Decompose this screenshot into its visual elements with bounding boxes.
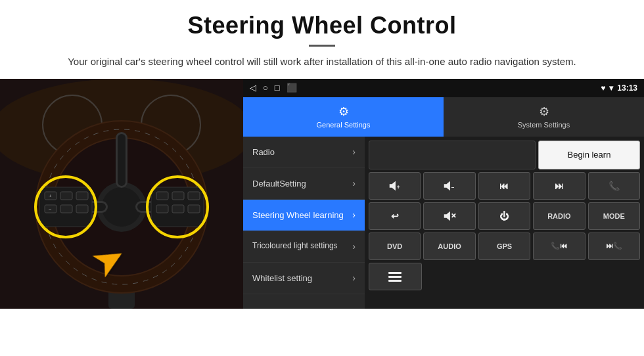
svg-rect-27 — [188, 205, 200, 213]
system-settings-icon: ⚙ — [539, 104, 549, 119]
phone-prev-button[interactable]: 📞⏮ — [533, 233, 585, 260]
clock: 13:13 — [617, 83, 637, 93]
cast-icon[interactable]: ⬛ — [287, 83, 297, 93]
hang-up-button[interactable]: ↩ — [369, 202, 421, 230]
subtitle: Your original car's steering wheel contr… — [39, 55, 605, 70]
controls-panel: Begin learn + − — [365, 137, 644, 309]
menu-item-tricoloured[interactable]: Tricoloured light settings › — [243, 231, 365, 263]
svg-marker-34 — [444, 211, 450, 221]
svg-text:−: − — [49, 206, 52, 212]
menu-item-steering[interactable]: Steering Wheel learning › — [243, 200, 365, 231]
svg-text:+: + — [49, 193, 52, 199]
unit-body: Radio › DefaultSetting › Steering Wheel … — [243, 137, 644, 309]
svg-rect-18 — [76, 205, 88, 213]
mode-button[interactable]: MODE — [588, 202, 640, 230]
chevron-right-icon: › — [352, 241, 356, 252]
home-icon[interactable]: ○ — [263, 83, 268, 93]
page-title: Steering Wheel Control — [39, 12, 605, 39]
signal-icon: ▾ — [609, 83, 613, 93]
power-button[interactable]: ⏻ — [478, 202, 530, 230]
prev-track-button[interactable]: ⏮ — [478, 172, 530, 200]
list-button[interactable] — [369, 263, 422, 290]
begin-learn-button[interactable]: Begin learn — [538, 141, 640, 169]
tab-general-label: General Settings — [317, 121, 371, 129]
nav-icons: ◁ ○ □ ⬛ — [250, 83, 297, 93]
back-icon[interactable]: ◁ — [250, 83, 256, 93]
gps-button[interactable]: GPS — [478, 233, 530, 260]
phone-button[interactable]: 📞 — [588, 172, 640, 200]
svg-rect-25 — [156, 205, 168, 213]
steering-wheel-image: + − ➤ — [0, 79, 243, 309]
svg-text:−: − — [451, 184, 455, 190]
svg-rect-22 — [156, 192, 168, 200]
chevron-right-icon: › — [352, 210, 356, 220]
tab-general[interactable]: ⚙ General Settings — [243, 97, 444, 137]
svg-rect-24 — [188, 192, 200, 200]
control-buttons-row1: + − ⏮ ⏭ 📞 — [369, 172, 640, 200]
volume-down-button[interactable]: − — [423, 172, 475, 200]
tab-bar: ⚙ General Settings ⚙ System Settings — [243, 97, 644, 137]
menu-default-label: DefaultSetting — [252, 179, 306, 189]
begin-learn-row: Begin learn — [369, 141, 640, 169]
menu-radio-label: Radio — [252, 147, 275, 157]
general-settings-icon: ⚙ — [338, 104, 349, 119]
svg-rect-23 — [172, 192, 184, 200]
recents-icon[interactable]: □ — [275, 83, 280, 93]
radio-button[interactable]: RADIO — [533, 202, 585, 230]
learn-input[interactable] — [369, 141, 536, 169]
svg-rect-26 — [172, 205, 184, 213]
mute-button[interactable] — [423, 202, 475, 230]
dvd-button[interactable]: DVD — [369, 233, 421, 260]
menu-item-whitelist[interactable]: Whitelist setting › — [243, 263, 365, 294]
svg-rect-38 — [388, 276, 402, 278]
location-icon: ♥ — [601, 83, 605, 93]
menu-item-radio[interactable]: Radio › — [243, 137, 365, 168]
status-bar: ◁ ○ □ ⬛ ♥ ▾ 13:13 — [243, 79, 644, 97]
top-section: Steering Wheel Control Your original car… — [0, 0, 644, 79]
svg-rect-14 — [60, 192, 72, 200]
volume-up-button[interactable]: + — [369, 172, 421, 200]
menu-whitelist-label: Whitelist setting — [252, 273, 312, 283]
menu-steering-label: Steering Wheel learning — [252, 210, 344, 220]
tab-system[interactable]: ⚙ System Settings — [444, 97, 644, 137]
chevron-right-icon: › — [352, 146, 356, 157]
control-buttons-row3: DVD AUDIO GPS 📞⏮ ⏭📞 — [369, 233, 640, 260]
title-divider — [309, 45, 335, 47]
svg-rect-37 — [388, 272, 402, 274]
main-content: + − ➤ ◁ ○ □ ⬛ — [0, 79, 644, 309]
svg-rect-15 — [76, 192, 88, 200]
svg-text:+: + — [396, 184, 400, 190]
control-buttons-row4 — [369, 263, 640, 290]
menu-list: Radio › DefaultSetting › Steering Wheel … — [243, 137, 365, 309]
svg-marker-32 — [444, 181, 450, 190]
control-buttons-row2: ↩ ⏻ RADIO MODE — [369, 202, 640, 230]
menu-item-default[interactable]: DefaultSetting › — [243, 168, 365, 200]
svg-rect-17 — [60, 205, 72, 213]
head-unit: ◁ ○ □ ⬛ ♥ ▾ 13:13 ⚙ General Settings ⚙ S… — [243, 79, 644, 309]
tab-system-label: System Settings — [518, 121, 570, 129]
svg-marker-30 — [389, 181, 395, 190]
svg-rect-39 — [388, 280, 402, 282]
chevron-right-icon: › — [352, 178, 356, 189]
chevron-right-icon: › — [352, 273, 356, 283]
audio-button[interactable]: AUDIO — [423, 233, 475, 260]
status-info: ♥ ▾ 13:13 — [601, 83, 637, 93]
phone-next-button[interactable]: ⏭📞 — [588, 233, 640, 260]
menu-tricoloured-label: Tricoloured light settings — [252, 241, 338, 252]
next-track-button[interactable]: ⏭ — [533, 172, 585, 200]
